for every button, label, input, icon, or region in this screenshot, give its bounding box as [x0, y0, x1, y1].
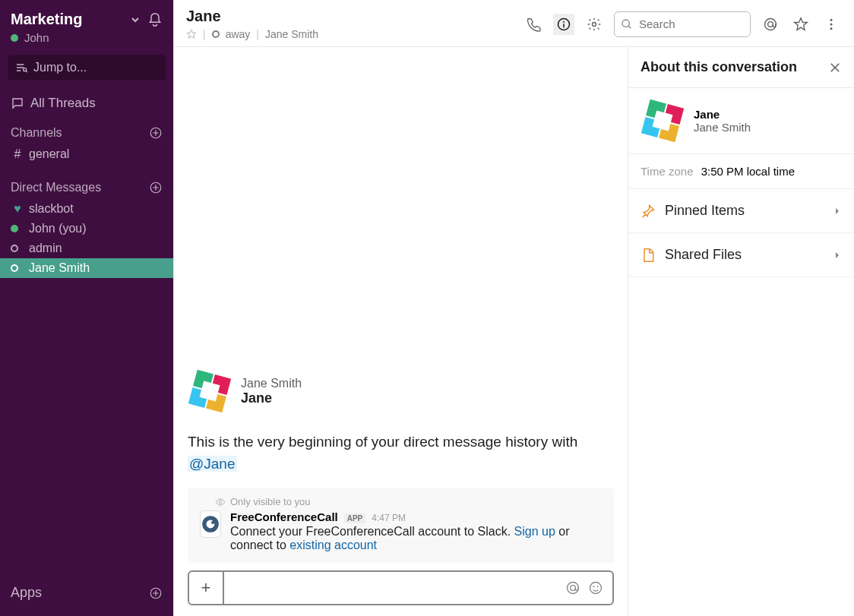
svg-point-8: [765, 18, 777, 30]
at-icon: [763, 17, 778, 32]
divider: |: [256, 28, 259, 40]
svg-point-26: [597, 586, 599, 587]
add-dm-icon[interactable]: [149, 181, 163, 194]
subtitle: Jane Smith: [265, 28, 318, 40]
info-icon: [556, 17, 571, 32]
pinned-items-section[interactable]: Pinned Items: [628, 189, 854, 233]
channel-general[interactable]: # general: [0, 144, 173, 164]
signup-link[interactable]: Sign up: [514, 525, 555, 538]
jump-to[interactable]: Jump to...: [8, 55, 166, 81]
workspace-user[interactable]: John: [0, 31, 173, 52]
divider: |: [203, 28, 206, 40]
app-badge: APP: [344, 513, 366, 523]
timezone-value: 3:50 PM local time: [701, 165, 795, 178]
current-user: John: [24, 31, 49, 44]
chat-title: Jane: [186, 8, 523, 25]
message-input[interactable]: [224, 572, 565, 604]
details-profile[interactable]: Jane Jane Smith: [628, 88, 854, 154]
timezone: Time zone 3:50 PM local time: [628, 154, 854, 189]
presence-away-icon: [11, 264, 24, 272]
svg-point-18: [219, 501, 222, 504]
search-input[interactable]: [639, 17, 744, 30]
info-button[interactable]: [553, 14, 574, 35]
avatar: [635, 93, 689, 147]
svg-point-9: [768, 21, 773, 27]
svg-point-6: [593, 22, 596, 26]
svg-point-12: [830, 27, 833, 30]
existing-account-link[interactable]: existing account: [289, 539, 377, 551]
star-icon[interactable]: [186, 29, 197, 39]
phone-icon: [526, 17, 541, 32]
presence-away-icon: [11, 245, 24, 252]
ephemeral-hint: Only visible to you: [230, 496, 311, 507]
svg-point-10: [830, 18, 833, 21]
dms-label: Direct Messages: [11, 181, 101, 194]
svg-point-22: [568, 583, 579, 594]
channel-label: general: [29, 147, 69, 161]
dm-john[interactable]: John (you): [0, 219, 173, 239]
details-panel: About this conversation Jane Jane Smith …: [628, 47, 854, 616]
pin-icon: [640, 204, 656, 219]
star-button[interactable]: [790, 14, 811, 35]
chat-area: Jane Smith Jane This is the very beginni…: [174, 47, 628, 616]
dm-label: Jane Smith: [29, 261, 90, 275]
svg-point-5: [563, 21, 565, 22]
apps-section[interactable]: Apps: [0, 577, 173, 616]
hash-icon: #: [11, 147, 24, 161]
profile-sub: Jane Smith: [694, 121, 751, 134]
close-icon[interactable]: [828, 61, 842, 74]
threads-icon: [11, 96, 24, 110]
settings-button[interactable]: [584, 14, 605, 35]
intro-fullname: Jane Smith: [241, 377, 302, 390]
star-icon: [793, 17, 808, 32]
dm-slackbot[interactable]: ♥ slackbot: [0, 199, 173, 219]
presence-away-icon: [212, 30, 220, 38]
svg-point-7: [622, 20, 629, 27]
presence-active-icon: [11, 225, 24, 232]
gear-icon: [587, 17, 602, 32]
user-mention[interactable]: @Jane: [188, 456, 237, 472]
workspace-header[interactable]: Marketing: [0, 6, 173, 31]
attach-button[interactable]: +: [189, 572, 224, 604]
timezone-label: Time zone: [640, 165, 693, 178]
dm-jane[interactable]: Jane Smith: [0, 258, 173, 278]
channels-label: Channels: [11, 126, 62, 140]
shared-files-section[interactable]: Shared Files: [628, 233, 854, 277]
message-body: Connect your FreeConferenceCall account …: [230, 525, 602, 552]
add-app-icon[interactable]: [149, 586, 163, 600]
presence-dot-icon: [11, 34, 18, 42]
conversation-intro: Jane Smith Jane: [188, 369, 614, 413]
dm-label: admin: [29, 242, 62, 255]
search-box[interactable]: [614, 11, 751, 37]
chevron-right-icon: [833, 251, 842, 260]
svg-point-11: [830, 23, 833, 25]
mentions-button[interactable]: [760, 14, 781, 35]
workspace-name: Marketing: [11, 11, 126, 28]
add-channel-icon[interactable]: [149, 126, 163, 140]
svg-point-25: [593, 586, 595, 587]
dm-admin[interactable]: admin: [0, 239, 173, 258]
emoji-icon[interactable]: [588, 580, 603, 595]
heart-icon: ♥: [11, 202, 24, 216]
dm-label: John (you): [29, 222, 87, 235]
profile-name: Jane: [694, 108, 751, 121]
bell-icon[interactable]: [147, 12, 163, 27]
app-avatar: [200, 510, 221, 538]
channels-header[interactable]: Channels: [0, 122, 173, 144]
jump-label: Jump to...: [33, 61, 87, 74]
svg-point-24: [590, 583, 602, 594]
more-vertical-icon: [824, 17, 839, 32]
at-icon[interactable]: [565, 580, 580, 595]
all-threads[interactable]: All Threads: [0, 90, 173, 122]
dms-header[interactable]: Direct Messages: [0, 176, 173, 199]
search-icon: [621, 18, 633, 30]
eye-icon: [215, 497, 226, 507]
call-button[interactable]: [523, 14, 544, 35]
section-label: Shared Files: [665, 247, 742, 263]
file-icon: [640, 248, 656, 263]
msg-text: Connect your FreeConferenceCall account …: [230, 525, 514, 538]
section-label: Pinned Items: [665, 203, 745, 219]
chat-header: Jane | away | Jane Smith: [174, 0, 854, 47]
more-button[interactable]: [821, 14, 842, 35]
main: Jane | away | Jane Smith: [173, 0, 854, 616]
